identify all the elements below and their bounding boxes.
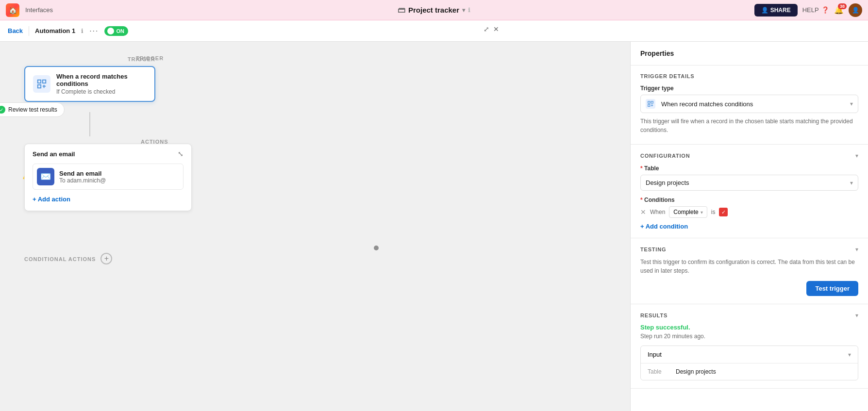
expand-icon[interactable]: ⤢ [484, 25, 489, 33]
toggle-circle [107, 28, 114, 34]
conditions-row: ✕ When Complete ▾ is ✓ [640, 206, 858, 218]
actions-section: Send an email ⤡ ✉️ Send an email To adam… [24, 134, 192, 211]
trigger-details-section: TRIGGER DETAILS Trigger type When rec [631, 66, 868, 145]
add-condition-button[interactable]: + Add condition [640, 223, 688, 230]
configuration-chevron[interactable]: ▾ [855, 152, 858, 159]
condition-when-text: When [650, 209, 665, 215]
testing-chevron[interactable]: ▾ [855, 246, 858, 253]
back-button[interactable]: Back [8, 27, 23, 34]
notification-button[interactable]: 🔔 38 [834, 5, 844, 15]
action-expand-button[interactable]: ⤡ [178, 150, 184, 158]
svg-rect-1 [43, 80, 46, 83]
step-time-text: Step run 20 minutes ago. [640, 333, 858, 340]
trigger-node-icon [33, 75, 50, 93]
notification-badge: 38 [838, 3, 847, 9]
test-trigger-area: Test trigger [640, 281, 858, 296]
add-action-button[interactable]: + Add action [33, 194, 70, 205]
table-arrow: ▾ [850, 180, 853, 186]
review-test-results-button[interactable]: ✓ Review test results [0, 102, 65, 117]
action-card-title: Send an email [33, 150, 75, 158]
share-button[interactable]: 👤 SHARE [754, 4, 798, 16]
condition-field-arrow: ▾ [701, 210, 703, 215]
input-row-table: Table Design projects [648, 368, 851, 375]
results-chevron[interactable]: ▾ [855, 312, 858, 319]
table-field-label: * Table [640, 165, 858, 172]
trigger-node[interactable]: When a record matches conditions If Comp… [24, 66, 155, 102]
svg-rect-2 [38, 85, 41, 88]
main-layout: TRIGGER ✓ Review test results [0, 42, 868, 411]
trigger-type-arrow: ▾ [850, 100, 853, 107]
condition-is-text: is [711, 209, 716, 215]
results-title: RESULTS [640, 312, 668, 318]
email-icon: ✉️ [37, 168, 54, 185]
testing-title: TESTING [640, 247, 666, 252]
nav-divider [29, 26, 29, 36]
toggle-on[interactable]: ON [104, 26, 128, 36]
action-card: Send an email ⤡ ✉️ Send an email To adam… [24, 144, 192, 211]
svg-rect-5 [648, 104, 650, 106]
connector-line [89, 112, 90, 136]
top-corner-area: ⤢ ✕ [484, 25, 499, 33]
close-icon[interactable]: ✕ [493, 25, 499, 33]
trigger-label-text: TRIGGER [136, 55, 164, 61]
share-icon: 👤 [761, 7, 768, 14]
condition-field-select[interactable]: Complete ▾ [669, 206, 707, 218]
testing-description: Test this trigger to confirm its configu… [640, 258, 858, 275]
help-circle-icon: ❓ [821, 6, 829, 14]
project-title-area: 🗃 Project tracker ▾ ℹ [398, 6, 470, 15]
input-accordion-chevron: ▾ [848, 351, 851, 358]
automation-name: Automation 1 [35, 27, 75, 34]
action-item-text: Send an email To adam.minich@ [59, 170, 106, 184]
trigger-details-title: TRIGGER DETAILS [640, 73, 694, 79]
table-input-label: Table [648, 368, 672, 375]
conditional-section-label: CONDITIONAL ACTIONS [24, 256, 96, 262]
results-header: RESULTS ▾ [640, 312, 858, 319]
trigger-type-icon [646, 99, 655, 109]
canvas: TRIGGER ✓ Review test results [0, 42, 630, 411]
svg-rect-0 [38, 80, 41, 83]
remove-condition-button[interactable]: ✕ [640, 208, 646, 216]
help-button[interactable]: HELP ❓ [802, 6, 829, 14]
input-accordion-header[interactable]: Input ▾ [641, 346, 858, 363]
second-nav: ⤢ ✕ Back Automation 1 ℹ ··· ON [0, 20, 868, 42]
automation-info-icon[interactable]: ℹ [81, 28, 83, 34]
conditional-section: CONDITIONAL ACTIONS + [24, 209, 112, 264]
more-options-button[interactable]: ··· [89, 27, 99, 35]
results-section: RESULTS ▾ Step successful. Step run 20 m… [631, 304, 868, 389]
step-successful-text: Step successful. [640, 324, 858, 331]
testing-section: TESTING ▾ Test this trigger to confirm i… [631, 238, 868, 304]
trigger-text: When a record matches conditions If Comp… [56, 73, 147, 95]
title-dropdown-icon[interactable]: ▾ [462, 7, 465, 14]
svg-rect-3 [648, 101, 650, 103]
table-select[interactable]: Design projects ▾ [640, 175, 858, 191]
properties-panel: Properties TRIGGER DETAILS Trigger type [630, 42, 868, 411]
db-icon: 🗃 [398, 6, 405, 15]
info-icon[interactable]: ℹ [468, 7, 470, 14]
conditions-field-label: * Conditions [640, 197, 858, 203]
configuration-title: CONFIGURATION [640, 153, 690, 159]
trigger-type-content: When record matches conditions [646, 99, 850, 109]
table-content: Design projects [646, 179, 850, 186]
svg-rect-4 [651, 101, 653, 103]
panel-header: Properties [631, 42, 868, 66]
condition-checkbox[interactable]: ✓ [719, 208, 728, 216]
trigger-section: TRIGGER ✓ Review test results [24, 56, 155, 102]
input-accordion: Input ▾ Table Design projects [640, 345, 858, 380]
trigger-description: This trigger will fire when a record in … [640, 117, 858, 134]
trigger-details-header: TRIGGER DETAILS [640, 73, 858, 79]
top-nav-right: 👤 SHARE HELP ❓ 🔔 38 👤 [754, 3, 862, 17]
add-conditional-button[interactable]: + [100, 253, 112, 264]
action-item[interactable]: ✉️ Send an email To adam.minich@ [33, 164, 184, 190]
project-title: Project tracker [408, 6, 459, 14]
cursor [374, 246, 379, 250]
test-trigger-button[interactable]: Test trigger [806, 281, 858, 296]
trigger-type-label: Trigger type [640, 85, 858, 92]
avatar[interactable]: 👤 [849, 3, 862, 17]
app-logo: 🏠 [6, 3, 19, 17]
trigger-type-select[interactable]: When record matches conditions ▾ [640, 95, 858, 113]
input-accordion-content: Table Design projects [641, 363, 858, 380]
testing-header: TESTING ▾ [640, 246, 858, 253]
table-input-value: Design projects [676, 368, 716, 375]
configuration-section: CONFIGURATION ▾ * Table Design projects … [631, 145, 868, 238]
top-nav: 🏠 Interfaces 🗃 Project tracker ▾ ℹ 👤 SHA… [0, 0, 868, 20]
